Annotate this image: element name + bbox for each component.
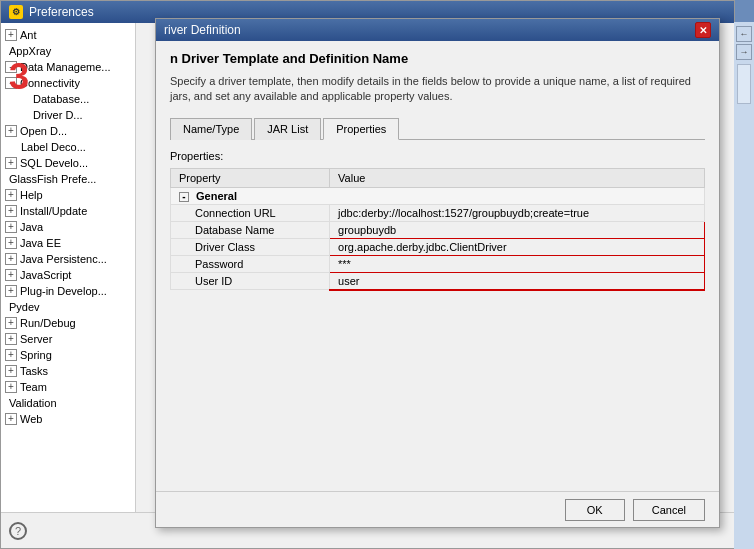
sidebar-item-label: Java	[20, 221, 43, 233]
sidebar-item-label: Validation	[9, 397, 57, 409]
sidebar-item-label: Open D...	[20, 125, 67, 137]
sidebar-item-java-ee[interactable]: + Java EE	[1, 235, 135, 251]
sidebar-item-spring[interactable]: + Spring	[1, 347, 135, 363]
properties-label: Properties:	[170, 150, 705, 162]
sidebar-item-label: GlassFish Prefe...	[9, 173, 96, 185]
property-group-general: - General	[171, 187, 705, 204]
tab-properties[interactable]: Properties	[323, 118, 399, 140]
sidebar-item-label: Run/Debug	[20, 317, 76, 329]
sidebar-item-install-update[interactable]: + Install/Update	[1, 203, 135, 219]
preferences-icon: ⚙	[9, 5, 23, 19]
expand-icon: +	[5, 253, 17, 265]
expand-icon: +	[5, 285, 17, 297]
prop-value-database-name[interactable]: groupbuydb	[330, 221, 705, 238]
sidebar-item-pydev[interactable]: Pydev	[1, 299, 135, 315]
sidebar-item-web[interactable]: + Web	[1, 411, 135, 427]
dialog-description: Specify a driver template, then modify d…	[170, 74, 705, 105]
right-panel: ← →	[734, 22, 754, 549]
prop-value-driver-class[interactable]: org.apache.derby.jdbc.ClientDriver	[330, 238, 705, 255]
sidebar-item-label: Label Deco...	[21, 141, 86, 153]
expand-icon: +	[5, 413, 17, 425]
sidebar-item-label: Web	[20, 413, 42, 425]
sidebar-item-label: Database...	[33, 93, 89, 105]
sidebar-item-label: Java Persistenc...	[20, 253, 107, 265]
tab-jar-list[interactable]: JAR List	[254, 118, 321, 140]
sidebar-item-label: Team	[20, 381, 47, 393]
prop-name-driver-class: Driver Class	[171, 238, 330, 255]
help-icon[interactable]: ?	[9, 522, 27, 540]
group-label: General	[196, 190, 237, 202]
preferences-title: Preferences	[29, 5, 94, 19]
dialog-body: n Driver Template and Definition Name Sp…	[156, 41, 719, 301]
sidebar-item-tasks[interactable]: + Tasks	[1, 363, 135, 379]
sidebar-item-server[interactable]: + Server	[1, 331, 135, 347]
expand-icon: +	[5, 365, 17, 377]
sidebar-item-label: Install/Update	[20, 205, 87, 217]
table-row: Database Name groupbuydb	[171, 221, 705, 238]
expand-icon: +	[5, 237, 17, 249]
sidebar-item-label: Spring	[20, 349, 52, 361]
sidebar-item-ant[interactable]: + Ant	[1, 27, 135, 43]
dialog-close-button[interactable]: ✕	[695, 22, 711, 38]
expand-icon: +	[5, 381, 17, 393]
sidebar-item-team[interactable]: + Team	[1, 379, 135, 395]
group-collapse-icon[interactable]: -	[179, 192, 189, 202]
sidebar-item-validation[interactable]: Validation	[1, 395, 135, 411]
arrow-forward[interactable]: →	[736, 44, 752, 60]
expand-icon: +	[5, 205, 17, 217]
sidebar-item-label: Java EE	[20, 237, 61, 249]
sidebar-item-java-persistence[interactable]: + Java Persistenc...	[1, 251, 135, 267]
expand-icon: +	[5, 317, 17, 329]
sidebar-item-open-d[interactable]: + Open D...	[1, 123, 135, 139]
expand-icon: +	[5, 333, 17, 345]
sidebar-item-java[interactable]: + Java	[1, 219, 135, 235]
dialog-title: river Definition	[164, 23, 241, 37]
expand-icon: +	[5, 221, 17, 233]
tab-name-type[interactable]: Name/Type	[170, 118, 252, 140]
expand-icon: +	[5, 125, 17, 137]
table-row: Driver Class org.apache.derby.jdbc.Clien…	[171, 238, 705, 255]
prop-value-user-id[interactable]: user	[330, 272, 705, 290]
expand-icon: +	[5, 29, 17, 41]
table-row: User ID user	[171, 272, 705, 290]
sidebar-item-label: SQL Develo...	[20, 157, 88, 169]
expand-icon: +	[5, 157, 17, 169]
arrow-back[interactable]: ←	[736, 26, 752, 42]
dialog-titlebar: river Definition ✕	[156, 19, 719, 41]
sidebar-item-label: Plug-in Develop...	[20, 285, 107, 297]
prop-name-connection-url: Connection URL	[171, 204, 330, 221]
table-row: Connection URL jdbc:derby://localhost:15…	[171, 204, 705, 221]
sidebar-item-label: JavaScript	[20, 269, 71, 281]
expand-icon: +	[5, 349, 17, 361]
sidebar-item-plugin[interactable]: + Plug-in Develop...	[1, 283, 135, 299]
properties-table: Property Value - General Connection URL …	[170, 168, 705, 291]
prop-name-password: Password	[171, 255, 330, 272]
expand-icon: +	[5, 269, 17, 281]
prop-name-user-id: User ID	[171, 272, 330, 290]
driver-definition-dialog: river Definition ✕ n Driver Template and…	[155, 18, 720, 528]
sidebar-item-label: Data Manageme...	[20, 61, 111, 73]
sidebar-item-sql-develo[interactable]: + SQL Develo...	[1, 155, 135, 171]
col-property: Property	[171, 168, 330, 187]
expand-icon: +	[5, 189, 17, 201]
dialog-section-title: n Driver Template and Definition Name	[170, 51, 705, 66]
sidebar-item-javascript[interactable]: + JavaScript	[1, 267, 135, 283]
prop-value-connection-url[interactable]: jdbc:derby://localhost:1527/groupbuydb;c…	[330, 204, 705, 221]
dialog-footer: OK Cancel	[156, 491, 719, 527]
sidebar-item-label-deco[interactable]: Label Deco...	[1, 139, 135, 155]
step-number: 3	[9, 56, 29, 98]
sidebar-item-run-debug[interactable]: + Run/Debug	[1, 315, 135, 331]
tabs-container: Name/Type JAR List Properties	[170, 117, 705, 140]
sidebar-item-label: Driver D...	[33, 109, 83, 121]
sidebar-item-label: Server	[20, 333, 52, 345]
col-value: Value	[330, 168, 705, 187]
sidebar-item-driver-d[interactable]: Driver D...	[1, 107, 135, 123]
cancel-button[interactable]: Cancel	[633, 499, 705, 521]
prop-name-database-name: Database Name	[171, 221, 330, 238]
sidebar-item-label: Help	[20, 189, 43, 201]
prop-value-password[interactable]: ***	[330, 255, 705, 272]
ok-button[interactable]: OK	[565, 499, 625, 521]
sidebar-item-label: Tasks	[20, 365, 48, 377]
sidebar-item-help[interactable]: + Help	[1, 187, 135, 203]
sidebar-item-glassfish[interactable]: GlassFish Prefe...	[1, 171, 135, 187]
